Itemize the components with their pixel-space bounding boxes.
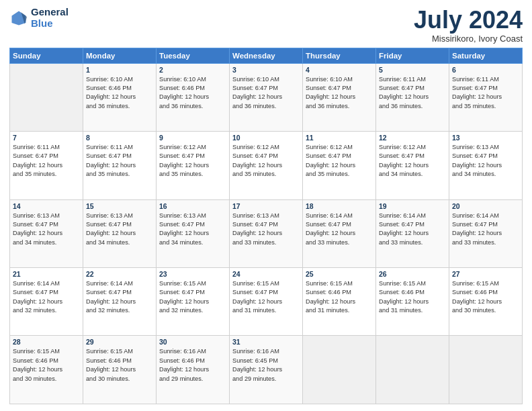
day-header-thursday: Thursday bbox=[303, 48, 376, 63]
day-info: Sunrise: 6:12 AM Sunset: 6:47 PM Dayligh… bbox=[379, 143, 446, 179]
logo: General Blue bbox=[9, 7, 69, 29]
day-header-wednesday: Wednesday bbox=[230, 48, 303, 63]
day-number: 18 bbox=[306, 202, 373, 210]
calendar-header: SundayMondayTuesdayWednesdayThursdayFrid… bbox=[10, 48, 523, 63]
header-row: SundayMondayTuesdayWednesdayThursdayFrid… bbox=[10, 48, 523, 63]
day-number: 4 bbox=[306, 66, 373, 74]
title-block: July 2024 Missirikoro, Ivory Coast bbox=[414, 7, 523, 44]
day-info: Sunrise: 6:12 AM Sunset: 6:47 PM Dayligh… bbox=[306, 143, 373, 179]
day-info: Sunrise: 6:15 AM Sunset: 6:46 PM Dayligh… bbox=[306, 279, 373, 315]
day-cell: 13Sunrise: 6:13 AM Sunset: 6:47 PM Dayli… bbox=[449, 132, 523, 199]
day-info: Sunrise: 6:11 AM Sunset: 6:47 PM Dayligh… bbox=[379, 75, 446, 111]
header: General Blue July 2024 Missirikoro, Ivor… bbox=[9, 7, 523, 44]
day-cell: 8Sunrise: 6:11 AM Sunset: 6:47 PM Daylig… bbox=[83, 132, 157, 199]
day-header-monday: Monday bbox=[83, 48, 157, 63]
day-number: 31 bbox=[232, 338, 300, 346]
day-cell bbox=[303, 336, 376, 404]
day-info: Sunrise: 6:13 AM Sunset: 6:47 PM Dayligh… bbox=[86, 212, 153, 247]
day-info: Sunrise: 6:14 AM Sunset: 6:47 PM Dayligh… bbox=[379, 212, 446, 247]
day-number: 8 bbox=[86, 134, 153, 142]
day-number: 27 bbox=[452, 270, 519, 278]
day-info: Sunrise: 6:11 AM Sunset: 6:47 PM Dayligh… bbox=[452, 75, 519, 111]
day-cell bbox=[449, 336, 523, 404]
day-number: 12 bbox=[379, 134, 446, 142]
day-info: Sunrise: 6:15 AM Sunset: 6:46 PM Dayligh… bbox=[13, 347, 80, 383]
day-cell: 30Sunrise: 6:16 AM Sunset: 6:46 PM Dayli… bbox=[157, 336, 230, 404]
day-cell: 4Sunrise: 6:10 AM Sunset: 6:47 PM Daylig… bbox=[303, 63, 376, 131]
week-row: 7Sunrise: 6:11 AM Sunset: 6:47 PM Daylig… bbox=[10, 132, 523, 199]
day-number: 6 bbox=[452, 66, 519, 74]
day-cell: 23Sunrise: 6:15 AM Sunset: 6:47 PM Dayli… bbox=[157, 268, 230, 336]
week-row: 21Sunrise: 6:14 AM Sunset: 6:47 PM Dayli… bbox=[10, 268, 523, 336]
day-info: Sunrise: 6:10 AM Sunset: 6:46 PM Dayligh… bbox=[159, 75, 226, 111]
day-number: 19 bbox=[379, 202, 446, 210]
day-cell: 20Sunrise: 6:14 AM Sunset: 6:47 PM Dayli… bbox=[449, 199, 523, 267]
day-cell: 3Sunrise: 6:10 AM Sunset: 6:47 PM Daylig… bbox=[230, 63, 303, 131]
day-cell: 7Sunrise: 6:11 AM Sunset: 6:47 PM Daylig… bbox=[10, 132, 83, 199]
day-header-tuesday: Tuesday bbox=[157, 48, 230, 63]
day-number: 5 bbox=[379, 66, 446, 74]
day-cell: 28Sunrise: 6:15 AM Sunset: 6:46 PM Dayli… bbox=[10, 336, 83, 404]
day-cell: 12Sunrise: 6:12 AM Sunset: 6:47 PM Dayli… bbox=[376, 132, 449, 199]
day-number: 20 bbox=[452, 202, 519, 210]
day-cell: 25Sunrise: 6:15 AM Sunset: 6:46 PM Dayli… bbox=[303, 268, 376, 336]
calendar-page: General Blue July 2024 Missirikoro, Ivor… bbox=[0, 0, 532, 411]
day-number: 22 bbox=[86, 270, 153, 278]
day-header-friday: Friday bbox=[376, 48, 449, 63]
day-cell bbox=[376, 336, 449, 404]
calendar-table: SundayMondayTuesdayWednesdayThursdayFrid… bbox=[9, 48, 523, 404]
calendar-body: 1Sunrise: 6:10 AM Sunset: 6:46 PM Daylig… bbox=[10, 63, 523, 404]
day-number: 24 bbox=[232, 270, 300, 278]
day-number: 17 bbox=[232, 202, 300, 210]
day-number: 1 bbox=[86, 66, 153, 74]
day-cell: 15Sunrise: 6:13 AM Sunset: 6:47 PM Dayli… bbox=[83, 199, 157, 267]
logo-text: General Blue bbox=[31, 7, 69, 29]
day-cell: 24Sunrise: 6:15 AM Sunset: 6:47 PM Dayli… bbox=[230, 268, 303, 336]
day-number: 11 bbox=[306, 134, 373, 142]
day-cell: 18Sunrise: 6:14 AM Sunset: 6:47 PM Dayli… bbox=[303, 199, 376, 267]
day-number: 15 bbox=[86, 202, 153, 210]
day-cell: 31Sunrise: 6:16 AM Sunset: 6:45 PM Dayli… bbox=[230, 336, 303, 404]
day-number: 29 bbox=[86, 338, 153, 346]
day-cell: 2Sunrise: 6:10 AM Sunset: 6:46 PM Daylig… bbox=[157, 63, 230, 131]
day-number: 21 bbox=[13, 270, 80, 278]
day-info: Sunrise: 6:12 AM Sunset: 6:47 PM Dayligh… bbox=[159, 143, 226, 179]
day-cell: 21Sunrise: 6:14 AM Sunset: 6:47 PM Dayli… bbox=[10, 268, 83, 336]
day-info: Sunrise: 6:10 AM Sunset: 6:47 PM Dayligh… bbox=[232, 75, 300, 111]
day-info: Sunrise: 6:15 AM Sunset: 6:47 PM Dayligh… bbox=[232, 279, 300, 315]
day-cell: 16Sunrise: 6:13 AM Sunset: 6:47 PM Dayli… bbox=[157, 199, 230, 267]
month-title: July 2024 bbox=[414, 7, 523, 34]
day-number: 3 bbox=[232, 66, 300, 74]
day-header-saturday: Saturday bbox=[449, 48, 523, 63]
day-number: 28 bbox=[13, 338, 80, 346]
day-number: 25 bbox=[306, 270, 373, 278]
day-info: Sunrise: 6:14 AM Sunset: 6:47 PM Dayligh… bbox=[452, 212, 519, 247]
day-cell: 11Sunrise: 6:12 AM Sunset: 6:47 PM Dayli… bbox=[303, 132, 376, 199]
day-number: 7 bbox=[13, 134, 80, 142]
day-info: Sunrise: 6:13 AM Sunset: 6:47 PM Dayligh… bbox=[232, 212, 300, 247]
day-number: 26 bbox=[379, 270, 446, 278]
day-number: 10 bbox=[232, 134, 300, 142]
day-cell: 27Sunrise: 6:15 AM Sunset: 6:46 PM Dayli… bbox=[449, 268, 523, 336]
day-info: Sunrise: 6:15 AM Sunset: 6:46 PM Dayligh… bbox=[86, 347, 153, 383]
day-info: Sunrise: 6:13 AM Sunset: 6:47 PM Dayligh… bbox=[159, 212, 226, 247]
day-number: 13 bbox=[452, 134, 519, 142]
day-info: Sunrise: 6:14 AM Sunset: 6:47 PM Dayligh… bbox=[306, 212, 373, 247]
day-cell: 19Sunrise: 6:14 AM Sunset: 6:47 PM Dayli… bbox=[376, 199, 449, 267]
day-info: Sunrise: 6:11 AM Sunset: 6:47 PM Dayligh… bbox=[13, 143, 80, 179]
day-number: 2 bbox=[159, 66, 226, 74]
day-info: Sunrise: 6:13 AM Sunset: 6:47 PM Dayligh… bbox=[452, 143, 519, 179]
day-cell: 10Sunrise: 6:12 AM Sunset: 6:47 PM Dayli… bbox=[230, 132, 303, 199]
day-header-sunday: Sunday bbox=[10, 48, 83, 63]
day-info: Sunrise: 6:14 AM Sunset: 6:47 PM Dayligh… bbox=[13, 279, 80, 315]
day-cell: 5Sunrise: 6:11 AM Sunset: 6:47 PM Daylig… bbox=[376, 63, 449, 131]
day-info: Sunrise: 6:16 AM Sunset: 6:46 PM Dayligh… bbox=[159, 347, 226, 383]
day-cell: 29Sunrise: 6:15 AM Sunset: 6:46 PM Dayli… bbox=[83, 336, 157, 404]
location: Missirikoro, Ivory Coast bbox=[414, 34, 523, 44]
day-number: 16 bbox=[159, 202, 226, 210]
day-info: Sunrise: 6:11 AM Sunset: 6:47 PM Dayligh… bbox=[86, 143, 153, 179]
day-number: 9 bbox=[159, 134, 226, 142]
day-info: Sunrise: 6:10 AM Sunset: 6:46 PM Dayligh… bbox=[86, 75, 153, 111]
day-cell: 9Sunrise: 6:12 AM Sunset: 6:47 PM Daylig… bbox=[157, 132, 230, 199]
day-info: Sunrise: 6:14 AM Sunset: 6:47 PM Dayligh… bbox=[86, 279, 153, 315]
